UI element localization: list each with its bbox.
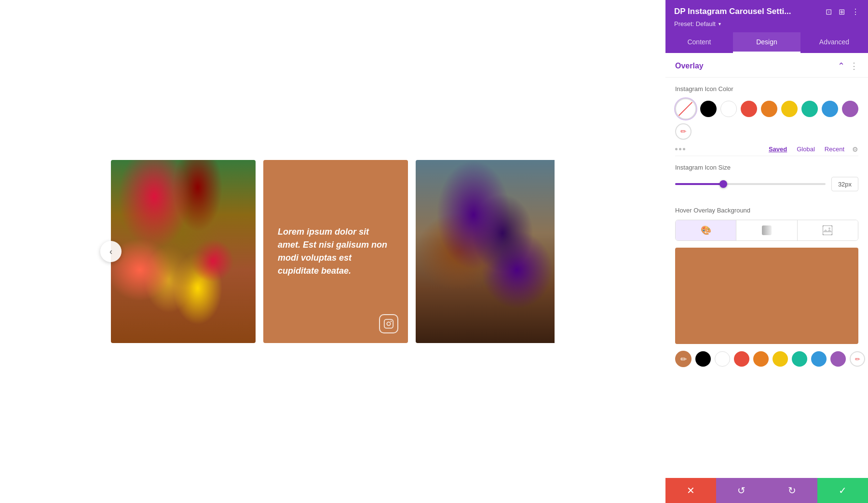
carousel-container: ‹ Lorem ipsum dolor sit amet. Est nisi g… [111,160,555,343]
svg-rect-3 [762,225,772,235]
bottom-color-purple[interactable] [830,351,846,367]
columns-icon[interactable]: ⊞ [839,7,845,16]
overlay-section-title: Overlay [675,62,704,70]
panel-title-row: DP Instagram Carousel Setti... ⊡ ⊞ ⋮ [665,0,868,20]
bottom-color-row: ✏ ✏ [675,351,858,367]
cancel-icon: ✕ [687,485,695,496]
hover-overlay-color-preview[interactable] [675,248,858,344]
bottom-eyedropper-swatch[interactable]: ✏ [850,351,865,367]
tab-content[interactable]: Content [665,32,733,53]
instagram-icon [379,314,398,333]
color-swatch-black[interactable] [700,101,717,117]
main-canvas: ‹ Lorem ipsum dolor sit amet. Est nisi g… [0,0,665,503]
color-fill-icon: 🎨 [701,225,711,236]
eyedropper-icon: ✏ [680,127,687,136]
gradient-icon [762,225,772,235]
overlay-section-header: Overlay ⌃ ⋮ [665,53,868,78]
more-options-icon[interactable]: ⋮ [852,7,859,16]
icon-size-value[interactable]: 32px [831,177,858,191]
bottom-pen-icon: ✏ [855,356,860,363]
instagram-icon-color-section: Instagram Icon Color ✏ [665,78,868,199]
carousel-prev-button[interactable]: ‹ [100,241,122,262]
color-settings-icon[interactable]: ⚙ [852,146,858,153]
image-icon [823,225,832,235]
color-tab-recent[interactable]: Recent [823,145,846,154]
save-button[interactable]: ✓ [817,478,868,503]
panel-title: DP Instagram Carousel Setti... [674,7,826,16]
color-swatch-white[interactable] [720,101,737,117]
color-tabs-row: Saved Global Recent ⚙ [675,145,858,154]
color-swatch-blue[interactable] [822,101,838,117]
color-tab-global[interactable]: Global [795,145,817,154]
hover-overlay-tab-image[interactable] [798,220,858,240]
hover-overlay-label: Hover Overlay Background [675,207,858,214]
bottom-color-black[interactable] [695,351,711,367]
icon-size-slider-fill [675,183,723,185]
svg-rect-0 [384,319,393,328]
carousel-slide-1 [111,160,256,343]
panel-tabs: Content Design Advanced [665,32,868,53]
redo-icon: ↻ [788,485,796,496]
undo-icon: ↺ [737,485,746,496]
redo-button[interactable]: ↻ [767,478,817,503]
panel-title-icons: ⊡ ⊞ ⋮ [826,7,859,16]
svg-rect-4 [823,225,832,235]
screenshot-icon[interactable]: ⊡ [826,7,832,16]
color-more-button[interactable] [675,148,685,150]
instagram-icon-size-label: Instagram Icon Size [675,164,858,171]
color-swatch-yellow[interactable] [781,101,798,117]
save-icon: ✓ [839,485,847,496]
instagram-icon-color-label: Instagram Icon Color [675,85,858,93]
panel-header: DP Instagram Carousel Setti... ⊡ ⊞ ⋮ Pre… [665,0,868,53]
color-swatch-orange[interactable] [761,101,777,117]
fruit-basket-image [111,160,256,343]
color-swatch-transparent[interactable] [675,98,696,119]
bottom-color-teal[interactable] [792,351,807,367]
bottom-color-white[interactable] [715,351,730,367]
bottom-color-red[interactable] [734,351,749,367]
bottom-color-orange[interactable] [753,351,769,367]
carousel-slides: Lorem ipsum dolor sit amet. Est nisi gal… [111,160,555,343]
bottom-color-blue[interactable] [811,351,827,367]
color-swatch-purple[interactable] [842,101,858,117]
preset-selector[interactable]: Preset: Default [665,20,868,32]
icon-size-slider-track[interactable] [675,183,826,185]
icon-size-slider-row: 32px [675,177,858,191]
hover-overlay-tab-gradient[interactable] [736,220,797,240]
tab-design[interactable]: Design [733,32,800,53]
svg-point-2 [391,321,392,322]
chevron-left-icon: ‹ [109,247,112,257]
color-swatch-red[interactable] [741,101,757,117]
color-tab-saved[interactable]: Saved [767,145,789,154]
section-menu-icon[interactable]: ⋮ [850,61,858,71]
settings-panel: DP Instagram Carousel Setti... ⊡ ⊞ ⋮ Pre… [665,0,868,503]
undo-button[interactable]: ↺ [716,478,767,503]
svg-point-1 [387,322,390,325]
icon-color-swatches: ✏ [675,98,858,140]
hover-overlay-section: Hover Overlay Background 🎨 [665,199,868,375]
icon-size-slider-thumb[interactable] [719,180,727,188]
section-actions: ⌃ ⋮ [838,61,858,71]
bottom-color-yellow[interactable] [773,351,788,367]
section-collapse-icon[interactable]: ⌃ [838,61,845,71]
hover-overlay-type-tabs: 🎨 [675,220,858,241]
bottom-eyedropper-button[interactable]: ✏ [675,351,692,367]
color-swatch-eyedropper[interactable]: ✏ [675,123,692,140]
slide-text-content: Lorem ipsum dolor sit amet. Est nisi gal… [278,225,393,278]
panel-body: Overlay ⌃ ⋮ Instagram Icon Color [665,53,868,478]
panel-footer: ✕ ↺ ↻ ✓ [665,478,868,503]
color-swatch-teal[interactable] [801,101,818,117]
grapes-basket-image [416,160,555,343]
cancel-button[interactable]: ✕ [665,478,716,503]
tab-advanced[interactable]: Advanced [800,32,868,53]
carousel-slide-2: Lorem ipsum dolor sit amet. Est nisi gal… [263,160,408,343]
field-separator-1 [675,156,858,156]
eyedropper-active-icon: ✏ [680,355,687,364]
svg-point-5 [828,227,830,229]
carousel-slide-3 [416,160,555,343]
hover-overlay-tab-color[interactable]: 🎨 [676,220,736,240]
